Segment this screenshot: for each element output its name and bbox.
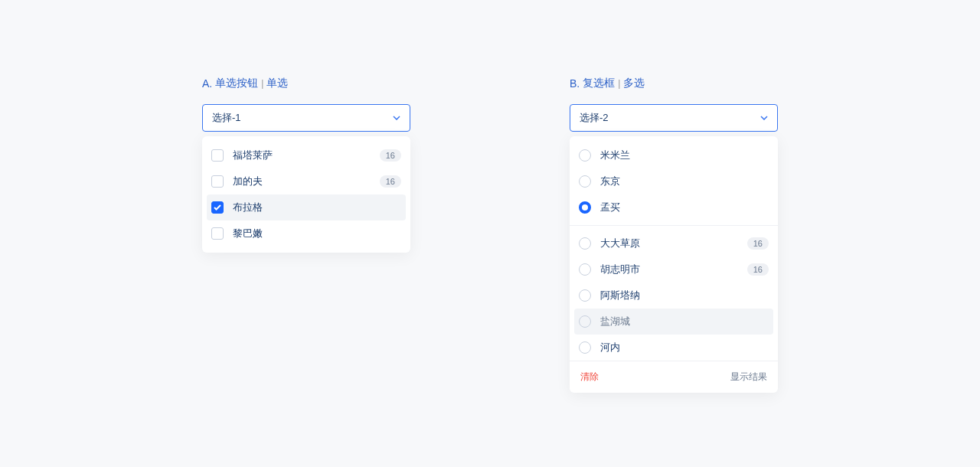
radio-icon (579, 175, 591, 188)
dropdown-b: 米米兰 东京 孟买 大大草原 16 胡志明市 16 阿斯塔纳 盐湖城 (570, 136, 778, 393)
select-b-label: 选择-2 (580, 111, 609, 125)
radio-icon (579, 341, 591, 354)
count-badge: 16 (380, 175, 401, 188)
checkbox-checked-icon (211, 201, 224, 214)
option-lebanon[interactable]: 黎巴嫩 (202, 220, 410, 247)
left-column: A. 单选按钮 | 单选 选择-1 福塔莱萨 16 加的夫 16 布拉格 黎巴嫩 (202, 77, 410, 467)
chevron-down-icon (760, 116, 768, 120)
chevron-down-icon (393, 116, 400, 120)
select-a-label: 选择-1 (212, 111, 241, 125)
count-badge: 16 (747, 237, 769, 250)
radio-icon (579, 289, 591, 302)
select-trigger-b[interactable]: 选择-2 (570, 104, 778, 132)
option-prague[interactable]: 布拉格 (207, 194, 406, 220)
option-hanoi[interactable]: 河内 (570, 335, 778, 361)
option-label: 孟买 (600, 201, 769, 214)
section-b-prefix: B. (570, 77, 580, 90)
show-results-button[interactable]: 显示结果 (730, 371, 767, 384)
radio-selected-icon (579, 201, 591, 214)
option-tokyo[interactable]: 东京 (570, 168, 778, 194)
right-column: B. 复选框 | 多选 选择-2 米米兰 东京 孟买 大大草原 16 胡志明市 (570, 77, 778, 467)
option-prairie[interactable]: 大大草原 16 (570, 230, 778, 256)
radio-icon (579, 315, 591, 328)
option-label: 大大草原 (600, 237, 738, 250)
count-badge: 16 (747, 263, 769, 276)
section-b-label: B. 复选框 | 多选 (570, 77, 778, 90)
divider-icon: | (618, 78, 620, 89)
option-label: 河内 (600, 341, 769, 354)
option-mumbai[interactable]: 孟买 (570, 194, 778, 220)
radio-icon (579, 237, 591, 250)
option-label: 加的夫 (233, 175, 371, 188)
section-b-title1: 复选框 (583, 77, 615, 90)
option-label: 阿斯塔纳 (600, 289, 769, 302)
clear-button[interactable]: 清除 (580, 371, 599, 384)
option-label: 胡志明市 (600, 263, 738, 276)
option-hochiminh[interactable]: 胡志明市 16 (570, 256, 778, 282)
option-fortaleza[interactable]: 福塔莱萨 16 (202, 142, 410, 168)
section-a-prefix: A. (202, 77, 212, 90)
dropdown-footer: 清除 显示结果 (570, 361, 778, 393)
option-label: 福塔莱萨 (233, 149, 371, 162)
group-divider (570, 225, 778, 226)
option-saltlake[interactable]: 盐湖城 (574, 309, 773, 335)
option-label: 盐湖城 (600, 315, 769, 328)
checkbox-icon (211, 227, 224, 240)
option-label: 黎巴嫩 (233, 227, 401, 240)
section-a-label: A. 单选按钮 | 单选 (202, 77, 410, 90)
checkbox-icon (211, 149, 224, 162)
radio-icon (579, 149, 591, 162)
section-a-title2: 单选 (266, 77, 288, 90)
option-cardiff[interactable]: 加的夫 16 (202, 168, 410, 194)
option-label: 东京 (600, 175, 769, 188)
divider-icon: | (261, 78, 263, 89)
section-b-title2: 多选 (623, 77, 645, 90)
dropdown-a: 福塔莱萨 16 加的夫 16 布拉格 黎巴嫩 (202, 136, 410, 253)
option-label: 米米兰 (600, 149, 769, 162)
checkbox-icon (211, 175, 224, 188)
option-label: 布拉格 (233, 201, 401, 214)
select-trigger-a[interactable]: 选择-1 (202, 104, 410, 132)
count-badge: 16 (380, 149, 401, 162)
radio-icon (579, 263, 591, 276)
option-astana[interactable]: 阿斯塔纳 (570, 282, 778, 309)
section-a-title1: 单选按钮 (215, 77, 258, 90)
option-milan[interactable]: 米米兰 (570, 142, 778, 168)
